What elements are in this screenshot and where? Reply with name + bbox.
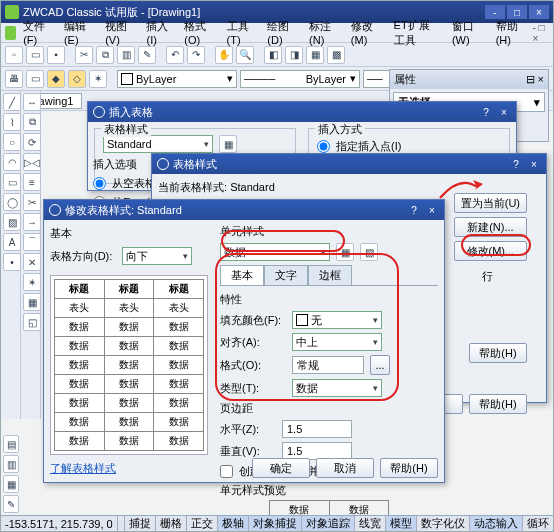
menu-view[interactable]: 视图(V) bbox=[100, 17, 139, 48]
menu-dim[interactable]: 标注(N) bbox=[304, 17, 344, 48]
dlg-close-icon[interactable]: × bbox=[527, 157, 541, 171]
new-icon[interactable]: ▫ bbox=[5, 46, 23, 64]
style-launch-icon[interactable]: ▦ bbox=[219, 135, 237, 153]
menu-file[interactable]: 文件(F) bbox=[18, 17, 57, 48]
format-browse-button[interactable]: ... bbox=[370, 355, 390, 375]
hatch-icon[interactable]: ▨ bbox=[3, 213, 21, 231]
dlg-close-icon[interactable]: × bbox=[497, 105, 511, 119]
mirror-icon[interactable]: ▷◁ bbox=[23, 153, 41, 171]
copy2-icon[interactable]: ⧉ bbox=[23, 113, 41, 131]
cancel-button[interactable]: 取消 bbox=[316, 458, 374, 478]
dlg-help-icon[interactable]: ? bbox=[479, 105, 493, 119]
cell-new-icon[interactable]: ▦ bbox=[336, 243, 354, 261]
move-icon[interactable]: ↔ bbox=[23, 93, 41, 111]
tab-basic[interactable]: 基本 bbox=[220, 265, 264, 285]
menu-draw[interactable]: 绘图(D) bbox=[262, 17, 302, 48]
line-icon[interactable]: ╱ bbox=[3, 93, 21, 111]
cut-icon[interactable]: ✂ bbox=[75, 46, 93, 64]
offset-icon[interactable]: ≡ bbox=[23, 173, 41, 191]
menu-et[interactable]: ET扩展工具 bbox=[389, 16, 445, 50]
direction-select[interactable]: 向下▾ bbox=[122, 247, 192, 265]
dlg-close-icon[interactable]: × bbox=[425, 203, 439, 217]
layer-icon[interactable]: ◆ bbox=[47, 70, 65, 88]
pan-icon[interactable]: ✋ bbox=[215, 46, 233, 64]
menu-tools[interactable]: 工具(T) bbox=[222, 17, 261, 48]
modify-style-button[interactable]: 修改(M)... bbox=[454, 241, 527, 261]
circle-icon[interactable]: ○ bbox=[3, 133, 21, 151]
dlg-help-icon[interactable]: ? bbox=[407, 203, 421, 217]
menu-format[interactable]: 格式(O) bbox=[179, 17, 219, 48]
tab-border[interactable]: 边框 bbox=[308, 265, 352, 285]
rect-icon[interactable]: ▭ bbox=[3, 173, 21, 191]
sb-otrack[interactable]: 对象追踪 bbox=[301, 516, 354, 531]
prop-close-icon[interactable]: × bbox=[538, 73, 544, 86]
menu-window[interactable]: 窗口(W) bbox=[447, 17, 489, 48]
tool-ico-b[interactable]: ◨ bbox=[285, 46, 303, 64]
set-current-button[interactable]: 置为当前(U) bbox=[454, 193, 527, 213]
sb-snap[interactable]: 捕捉 bbox=[124, 516, 155, 531]
ok-button[interactable]: 确定 bbox=[252, 458, 310, 478]
sb-ortho[interactable]: 正交 bbox=[186, 516, 217, 531]
erase-icon[interactable]: ✕ bbox=[23, 253, 41, 271]
align-select[interactable]: 中上▾ bbox=[292, 333, 382, 351]
bl-icon-3[interactable]: ▦ bbox=[3, 475, 19, 493]
undo-icon[interactable]: ↶ bbox=[166, 46, 184, 64]
bl-icon-2[interactable]: ▥ bbox=[3, 455, 19, 473]
cell-style-select[interactable]: 数据▾ bbox=[220, 243, 330, 261]
menu-help[interactable]: 帮助(H) bbox=[491, 17, 531, 48]
prop-pin-icon[interactable]: ⊟ bbox=[526, 73, 535, 86]
empty-table-radio[interactable] bbox=[93, 177, 106, 190]
preview-icon[interactable]: ▭ bbox=[26, 70, 44, 88]
fillet-icon[interactable]: ⌒ bbox=[23, 233, 41, 251]
match-icon[interactable]: ✎ bbox=[138, 46, 156, 64]
arc-icon[interactable]: ◠ bbox=[3, 153, 21, 171]
sb-grid[interactable]: 栅格 bbox=[155, 516, 186, 531]
extend-icon[interactable]: → bbox=[23, 213, 41, 231]
tool-ico-c[interactable]: ▦ bbox=[306, 46, 324, 64]
zoom-icon[interactable]: 🔍 bbox=[236, 46, 254, 64]
array-icon[interactable]: ▦ bbox=[23, 293, 41, 311]
copy-icon[interactable]: ⧉ bbox=[96, 46, 114, 64]
style-help2-button[interactable]: 帮助(H) bbox=[469, 394, 527, 414]
save-icon[interactable]: ▪ bbox=[47, 46, 65, 64]
type-select[interactable]: 数据▾ bbox=[292, 379, 382, 397]
sb-tablet[interactable]: 数字化仪 bbox=[416, 516, 469, 531]
close-button[interactable]: × bbox=[529, 5, 549, 19]
tab-text[interactable]: 文字 bbox=[264, 265, 308, 285]
layer2-icon[interactable]: ◇ bbox=[68, 70, 86, 88]
rotate-icon[interactable]: ⟳ bbox=[23, 133, 41, 151]
sb-dyn[interactable]: 动态输入 bbox=[469, 516, 522, 531]
doc-min-icon[interactable]: - □ × bbox=[532, 22, 549, 44]
open-icon[interactable]: ▭ bbox=[26, 46, 44, 64]
explode2-icon[interactable]: ✶ bbox=[23, 273, 41, 291]
ellipse-icon[interactable]: ◯ bbox=[3, 193, 21, 211]
new-style-button[interactable]: 新建(N)... bbox=[454, 217, 527, 237]
color-select[interactable]: ByLayer▾ bbox=[117, 70, 237, 88]
print-icon[interactable]: 🖶 bbox=[5, 70, 23, 88]
scale-icon[interactable]: ◱ bbox=[23, 313, 41, 331]
pline-icon[interactable]: ⌇ bbox=[3, 113, 21, 131]
trim-icon[interactable]: ✂ bbox=[23, 193, 41, 211]
menu-edit[interactable]: 编辑(E) bbox=[59, 17, 98, 48]
redo-icon[interactable]: ↷ bbox=[187, 46, 205, 64]
merge-checkbox[interactable] bbox=[220, 465, 233, 478]
menu-insert[interactable]: 插入(I) bbox=[141, 17, 177, 48]
bl-icon-4[interactable]: ✎ bbox=[3, 495, 19, 513]
paste-icon[interactable]: ▥ bbox=[117, 46, 135, 64]
fill-color-select[interactable]: 无▾ bbox=[292, 311, 382, 329]
h-margin-input[interactable]: 1.5 bbox=[282, 420, 352, 438]
sb-lwt[interactable]: 线宽 bbox=[354, 516, 385, 531]
menu-modify[interactable]: 修改(M) bbox=[346, 17, 387, 48]
tool-ico-d[interactable]: ▩ bbox=[327, 46, 345, 64]
text-icon[interactable]: A bbox=[3, 233, 21, 251]
sb-cycle[interactable]: 循环 bbox=[522, 516, 553, 531]
tool-ico-a[interactable]: ◧ bbox=[264, 46, 282, 64]
point-icon[interactable]: • bbox=[3, 253, 21, 271]
bl-icon-1[interactable]: ▤ bbox=[3, 435, 19, 453]
help-button[interactable]: 帮助(H) bbox=[380, 458, 438, 478]
explode-icon[interactable]: ✶ bbox=[89, 70, 107, 88]
sb-osnap[interactable]: 对象捕捉 bbox=[248, 516, 301, 531]
dlg-help-icon[interactable]: ? bbox=[509, 157, 523, 171]
cell-manage-icon[interactable]: ▧ bbox=[360, 243, 378, 261]
sb-polar[interactable]: 极轴 bbox=[217, 516, 248, 531]
